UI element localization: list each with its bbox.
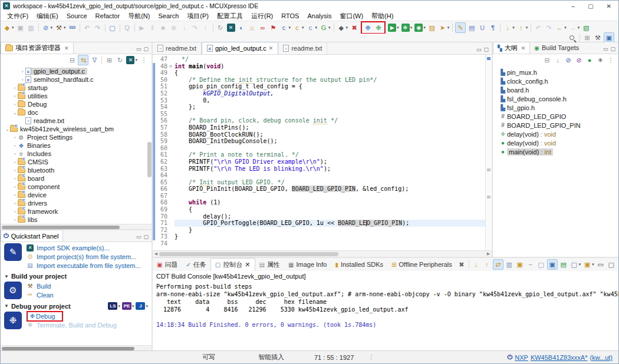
console-tab-tasks[interactable]: ✓任务 xyxy=(182,258,210,271)
menu-item-7[interactable]: 项目(P) xyxy=(183,12,213,21)
tree-item-semihost-hardfault-c[interactable]: ›csemihost_hardfault.c xyxy=(1,75,152,84)
menu-item-5[interactable]: 导航(N) xyxy=(124,12,154,21)
outline-item-pin-mux-h[interactable]: ▙pin_mux.h xyxy=(493,68,618,77)
menu-item-10[interactable]: RTOS xyxy=(277,12,303,19)
save-all-button[interactable]: ▥ xyxy=(27,22,36,33)
hide-fields-button[interactable]: ⊘ xyxy=(564,55,573,65)
section-collapse-icon[interactable]: ▼ xyxy=(4,274,9,279)
link-with-editor-button[interactable]: ⇆ xyxy=(78,55,88,65)
show-markers-button[interactable]: ▤ xyxy=(467,22,476,33)
import-sdk-project-button[interactable]: c▾ xyxy=(292,22,305,33)
show-whitespace-button[interactable]: ¶ xyxy=(488,22,498,33)
build-button[interactable]: ⚒▾ xyxy=(54,22,67,33)
console-tab-problems[interactable]: ▣问题 xyxy=(153,258,182,271)
tree-item-includes[interactable]: ›≡Includes xyxy=(1,150,152,158)
hide-non-public-button[interactable]: ● xyxy=(585,55,594,65)
outline-item-delay-void[interactable]: ●delay(void) : void xyxy=(493,138,618,147)
tree-item-device[interactable]: ›device xyxy=(1,191,152,199)
tree-horizontal-scrollbar[interactable] xyxy=(1,224,152,229)
outline-item-board-led-gpio-pin[interactable]: #BOARD_LED_GPIO_PIN xyxy=(493,121,618,130)
view-grid-button[interactable]: ⊞ xyxy=(104,55,114,65)
overview-ruler[interactable] xyxy=(485,55,492,250)
import-link-import-sdk-example-s[interactable]: ✕Import SDK example(s)... xyxy=(27,243,141,252)
menu-item-11[interactable]: Analysis xyxy=(303,12,335,19)
redo-button[interactable]: ↷ xyxy=(93,22,103,33)
menu-item-6[interactable]: Search xyxy=(154,12,183,19)
format-button[interactable]: ✎ xyxy=(455,22,466,33)
binary-tools-button[interactable]: 010 xyxy=(68,22,77,33)
scroll-right-icon[interactable]: ▶ xyxy=(485,252,492,256)
maximize-button[interactable]: ▢ xyxy=(607,259,616,270)
undo-button[interactable]: ↶ xyxy=(83,22,92,33)
editor-tab-readme-txt-1[interactable]: ≡readme.txt xyxy=(153,42,202,54)
save-button[interactable]: ▣ xyxy=(16,22,25,33)
outline-item-fsl-gpio-h[interactable]: ▙fsl_gpio.h xyxy=(493,103,618,112)
pin-console-button[interactable]: ▣ xyxy=(547,259,558,270)
view-menu-button[interactable]: ⋮ xyxy=(139,55,149,65)
menu-item-12[interactable]: 窗口(W) xyxy=(335,12,367,21)
tree-item-kw45b41zevk-wireless-uart-bm[interactable]: ⌄kw45b41zevk_wireless_uart_bm xyxy=(1,125,152,133)
reset-button[interactable]: ↻ xyxy=(216,22,225,33)
code-editor[interactable]: 47 */48⊖int main(void)49{50 /* Define th… xyxy=(153,55,485,250)
debug-link-debug[interactable]: ❉Debug xyxy=(27,312,117,320)
console-tab-image-info[interactable]: ▦Image Info xyxy=(284,258,331,271)
sync-button[interactable]: ↻ xyxy=(115,55,124,65)
editor-tab-readme-txt-3[interactable]: ≡readme.txt xyxy=(278,42,327,54)
tree-item-board[interactable]: ›board xyxy=(1,174,152,183)
tree-item-bluetooth[interactable]: ›bluetooth xyxy=(1,166,152,174)
minimize-view-button[interactable]: ▭ xyxy=(136,234,141,240)
tree-item-drivers[interactable]: ›drivers xyxy=(1,199,152,207)
tree-item-doc[interactable]: ⌄doc xyxy=(1,108,152,117)
device-link[interactable]: KW45B41Z83xxxA* xyxy=(531,354,588,361)
tree-item-framework[interactable]: ›framework xyxy=(1,207,152,216)
outline-item-delay-void[interactable]: ✛delay(void) : void xyxy=(493,130,618,138)
step-over-button[interactable]: ↷ xyxy=(190,22,200,33)
tree-item-project-settings[interactable]: ›⚙Project Settings xyxy=(1,133,152,141)
tree-item-cmsis[interactable]: ›CMSIS xyxy=(1,158,152,166)
show-prev-console-button[interactable]: ↑ xyxy=(482,259,492,270)
clear-console-button[interactable]: − xyxy=(526,259,535,270)
open-console-button[interactable]: ▢▾ xyxy=(569,259,582,270)
search-ref-button[interactable]: Q xyxy=(123,22,132,33)
new-source-file-button[interactable]: c▾ xyxy=(306,22,318,33)
ide-tools-perspective-button[interactable]: ⚒ xyxy=(593,32,602,43)
outline-item-board-led-gpio[interactable]: #BOARD_LED_GPIO xyxy=(493,112,618,121)
develop-perspective-button[interactable]: ▣ xyxy=(604,32,614,43)
skip-all-breakpoints-button[interactable]: ⊘▾ xyxy=(41,22,54,33)
console-tab-peripherals[interactable]: ⊞Offline Peripherals xyxy=(387,258,456,271)
open-terminal-button[interactable]: ▢ xyxy=(108,22,117,33)
tree-item-libs[interactable]: ›libs xyxy=(1,216,152,224)
maximize-view-button[interactable]: ▢ xyxy=(483,47,489,52)
section-collapse-icon[interactable]: ▼ xyxy=(4,303,9,309)
close-tab-icon[interactable]: ✕ xyxy=(521,45,526,51)
menu-item-4[interactable]: Refactor xyxy=(91,12,124,19)
close-icon[interactable]: ✕ xyxy=(64,45,69,51)
console-tab-sdks[interactable]: ▮Installed SDKs xyxy=(331,258,387,271)
tree-item-component[interactable]: ›component xyxy=(1,183,152,191)
back-button[interactable]: ←▾ xyxy=(555,22,567,33)
console-tab-properties[interactable]: ▤属性 xyxy=(255,258,284,271)
swap-console-button[interactable]: ⇄ xyxy=(493,259,503,270)
maximize-view-button[interactable]: ▢ xyxy=(143,234,149,240)
mcux-view-button[interactable]: ✕▾ xyxy=(126,55,138,65)
tree-item-gpio-led-output-c[interactable]: ›cgpio_led_output.c xyxy=(1,67,152,75)
tree-vertical-scrollbar[interactable] xyxy=(147,142,152,177)
outline-item-clock-config-h[interactable]: ▙clock_config.h xyxy=(493,77,618,85)
build-link-build[interactable]: ⚒Build xyxy=(27,282,54,290)
tree-item-binaries[interactable]: ›❖Binaries xyxy=(1,141,152,150)
outline-item-board-h[interactable]: ▙board.h xyxy=(493,85,618,94)
next-annotation-button[interactable]: ↓▾ xyxy=(503,22,515,33)
menu-item-8[interactable]: 配置工具 xyxy=(213,12,247,21)
forward-button[interactable]: →▾ xyxy=(568,22,581,33)
welcome-globe-button[interactable]: ◐ xyxy=(237,22,246,33)
maximize-view-button[interactable]: ▢ xyxy=(143,46,149,52)
sort-button[interactable]: ↓ xyxy=(553,55,562,65)
tree-item-startup[interactable]: ›startup xyxy=(1,84,152,92)
quick-attach-button[interactable]: ➤▾ xyxy=(438,22,450,33)
minimize-button[interactable]: ▭ xyxy=(596,259,605,270)
collapse-all-button[interactable]: ⊟ xyxy=(542,55,552,65)
tab-build-targets[interactable]: ◉Build Targets xyxy=(530,42,583,54)
menu-item-3[interactable]: Source xyxy=(62,12,91,19)
build-link-clean[interactable]: ✑Clean xyxy=(27,290,54,299)
debug-launch-button[interactable]: ❉▾ xyxy=(401,22,413,33)
